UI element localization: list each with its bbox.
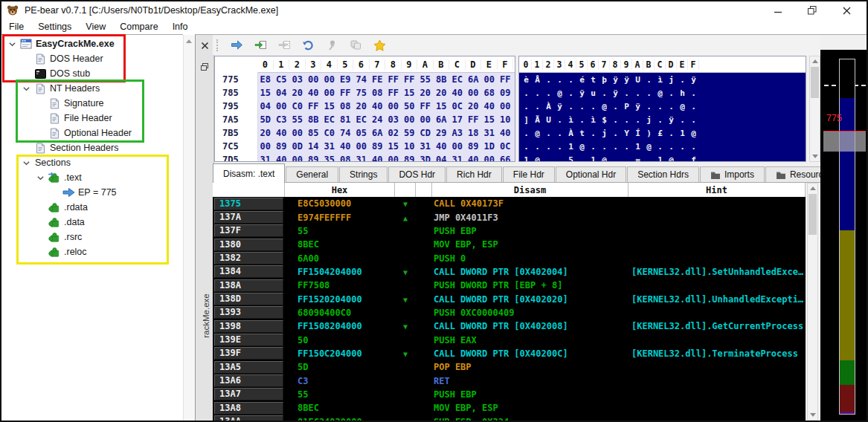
disasm-row[interactable]: 137AE974FEFFFF▲JMP 0X4011F3 (213, 210, 806, 224)
ascii-char[interactable]: . (643, 155, 655, 163)
hex-byte[interactable]: 40 (274, 155, 290, 162)
hex-byte[interactable]: 1D (481, 141, 498, 152)
ascii-char[interactable]: . (576, 115, 588, 125)
ascii-char[interactable]: ì (655, 75, 666, 85)
ascii-char[interactable]: . (565, 102, 576, 111)
hex-byte[interactable]: C0 (321, 128, 338, 138)
tree-item-reloc[interactable]: .reloc (1, 244, 183, 259)
ascii-char[interactable]: . (521, 102, 532, 111)
hex-byte[interactable]: 0C (498, 141, 514, 152)
menu-item-file[interactable]: File (2, 20, 30, 33)
document-tab-vertical[interactable]: rackMe.exe (202, 256, 210, 375)
hex-byte[interactable]: C5 (274, 74, 290, 85)
ascii-char[interactable]: Y (621, 129, 632, 138)
chevron-down-icon[interactable] (34, 174, 47, 182)
hex-byte[interactable]: 89 (306, 155, 322, 162)
hex-byte[interactable]: 31 (257, 155, 274, 162)
hex-byte[interactable]: 55 (289, 114, 306, 125)
hex-byte[interactable]: 66 (498, 155, 514, 162)
hex-byte[interactable]: 8B (434, 74, 450, 85)
ascii-char[interactable]: ì (588, 115, 599, 125)
hex-byte[interactable]: 00 (257, 141, 274, 152)
tab-rich-hdr[interactable]: Rich Hdr (446, 166, 502, 182)
hex-byte[interactable]: 0C (449, 101, 466, 111)
scroll-down-icon[interactable] (812, 155, 818, 158)
disasm-offset-cell[interactable]: 13A8 (213, 401, 285, 415)
hex-byte[interactable]: 8B (306, 114, 322, 125)
disasm-row[interactable]: 139E50PUSH EAX (213, 333, 806, 346)
hex-byte[interactable]: 0D (289, 141, 306, 152)
ascii-char[interactable]: . (543, 129, 554, 138)
ascii-char[interactable]: . (688, 115, 699, 125)
chevron-down-icon[interactable] (6, 40, 19, 48)
hex-byte[interactable]: C3 (274, 114, 290, 125)
ascii-char[interactable]: . (666, 129, 677, 138)
scroll-up-icon[interactable] (186, 39, 192, 43)
hex-byte[interactable]: 08 (338, 155, 354, 162)
restore-button[interactable] (795, 1, 829, 19)
hex-byte[interactable]: 50 (402, 101, 418, 111)
map-viewport-band[interactable] (823, 132, 866, 152)
hex-byte[interactable]: 24 (370, 114, 386, 125)
hex-byte[interactable]: 15 (257, 88, 274, 98)
disasm-offset-cell[interactable]: 139E (213, 333, 285, 347)
ascii-char[interactable]: . (532, 102, 543, 111)
hex-byte[interactable]: 00 (498, 101, 514, 111)
hex-byte[interactable]: 20 (289, 88, 306, 98)
hex-byte[interactable]: 09 (498, 88, 514, 98)
hex-byte[interactable]: 20 (434, 88, 450, 98)
tree-item-dos-header[interactable]: DOS Header (1, 51, 183, 66)
disasm-row[interactable]: 139368090400C0PUSH 0XC0000409 (213, 306, 806, 319)
hex-dump-panel[interactable]: 0123456789ABCDEF 775E8C5030000E974FEFFFF… (214, 56, 515, 162)
ascii-char[interactable]: . (521, 88, 532, 98)
ascii-char[interactable]: è (521, 75, 532, 85)
disasm-offset-cell[interactable]: 138A (213, 279, 285, 293)
map-segment-text-section[interactable] (840, 98, 855, 230)
tree-item-optional-header[interactable]: Optional Header (1, 126, 183, 140)
hex-byte[interactable]: 74 (353, 74, 370, 85)
ascii-char[interactable]: . (610, 102, 621, 111)
tab-optional-hdr[interactable]: Optional Hdr (556, 166, 626, 182)
ascii-char[interactable]: . (666, 88, 677, 98)
ascii-char[interactable]: . (688, 88, 699, 98)
disasm-row[interactable]: 13A6C3RET (213, 374, 806, 387)
ascii-char[interactable]: . (599, 142, 610, 152)
hex-byte[interactable]: 40 (449, 88, 466, 98)
hex-byte[interactable]: 74 (338, 128, 354, 138)
hex-byte[interactable]: FF (338, 88, 354, 98)
ascii-char[interactable]: @ (688, 129, 699, 138)
ascii-char[interactable]: @ (554, 88, 565, 98)
ascii-char[interactable]: . (610, 129, 621, 138)
disasm-row[interactable]: 138DFF1520204000▼CALL DWORD PTR [0X40202… (213, 292, 806, 305)
ascii-char[interactable]: ÿ (554, 102, 565, 111)
ascii-char[interactable]: t (576, 129, 588, 138)
goto-entry-point-icon[interactable] (225, 37, 248, 53)
ascii-char[interactable]: . (677, 142, 688, 152)
disasm-scrollbar[interactable] (807, 183, 818, 421)
ascii-char[interactable]: @ (599, 155, 610, 163)
ascii-char[interactable]: @ (532, 155, 543, 163)
disasm-row[interactable]: 1384FF1504204000▼CALL DWORD PTR [0X40200… (213, 265, 806, 279)
ascii-char[interactable]: U (632, 75, 643, 85)
ascii-char[interactable]: j (643, 115, 655, 125)
tree-item-signature[interactable]: Signature (1, 96, 183, 111)
ascii-char[interactable]: . (688, 142, 699, 152)
hex-byte[interactable]: 10 (498, 114, 514, 125)
ascii-row[interactable]: ..Àÿ...@.Pÿ...@. (519, 100, 806, 113)
disasm-row[interactable]: 13AA81EC24030000SUB ESP, 0X324 (213, 415, 806, 421)
tree-item-rsrc[interactable]: .rsrc (1, 230, 183, 244)
tree-item-nt-headers[interactable]: NT Headers (1, 81, 183, 96)
hex-byte[interactable]: 00 (289, 128, 306, 138)
hex-byte[interactable]: 31 (321, 141, 338, 152)
hex-byte[interactable]: EC (321, 114, 338, 125)
hex-byte[interactable]: 20 (257, 128, 274, 138)
hex-byte[interactable]: 00 (306, 74, 322, 85)
disasm-row[interactable]: 13A88BECMOV EBP, ESP (213, 401, 806, 415)
hex-byte[interactable]: 40 (466, 155, 482, 162)
ascii-char[interactable]: . (565, 75, 576, 85)
hex-byte[interactable]: 40 (370, 155, 386, 162)
disasm-row[interactable]: 13826A00PUSH 0 (213, 251, 806, 264)
hex-byte[interactable]: 59 (402, 128, 418, 138)
hex-byte[interactable]: FF (417, 101, 434, 111)
menu-item-info[interactable]: Info (166, 20, 195, 33)
